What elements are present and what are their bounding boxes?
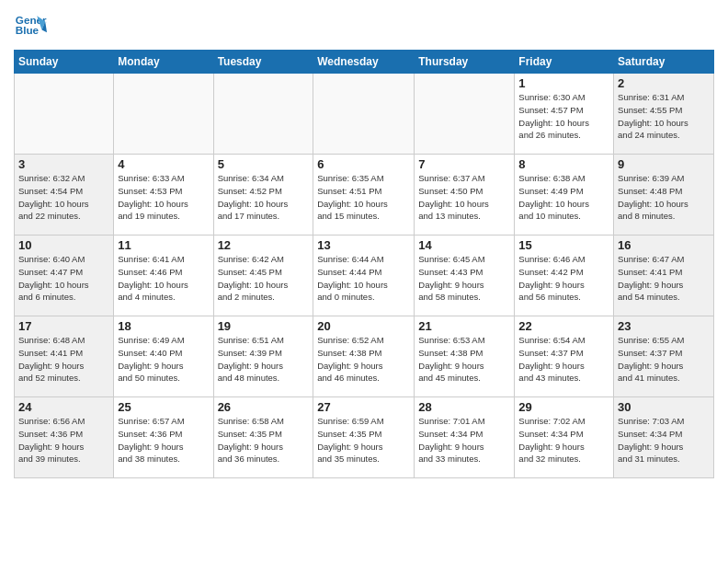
day-info: Sunrise: 6:53 AM Sunset: 4:38 PM Dayligh…: [418, 334, 510, 385]
day-number: 4: [118, 157, 209, 171]
day-info: Sunrise: 6:47 AM Sunset: 4:41 PM Dayligh…: [618, 253, 710, 304]
header: General Blue: [14, 9, 714, 42]
day-info: Sunrise: 6:33 AM Sunset: 4:53 PM Dayligh…: [118, 172, 209, 223]
day-info: Sunrise: 6:58 AM Sunset: 4:35 PM Dayligh…: [218, 415, 310, 465]
day-cell: 16Sunrise: 6:47 AM Sunset: 4:41 PM Dayli…: [614, 236, 714, 316]
day-cell: 6Sunrise: 6:35 AM Sunset: 4:51 PM Daylig…: [313, 155, 415, 236]
day-number: 26: [218, 400, 310, 414]
day-number: 16: [618, 238, 710, 252]
weekday-header-friday: Friday: [515, 51, 614, 74]
day-cell: 26Sunrise: 6:58 AM Sunset: 4:35 PM Dayli…: [213, 397, 313, 478]
day-cell: [415, 74, 515, 155]
day-cell: 23Sunrise: 6:55 AM Sunset: 4:37 PM Dayli…: [614, 316, 714, 397]
day-info: Sunrise: 7:03 AM Sunset: 4:34 PM Dayligh…: [618, 415, 710, 465]
day-cell: 28Sunrise: 7:01 AM Sunset: 4:34 PM Dayli…: [415, 397, 515, 478]
day-cell: 21Sunrise: 6:53 AM Sunset: 4:38 PM Dayli…: [415, 316, 515, 397]
day-cell: 27Sunrise: 6:59 AM Sunset: 4:35 PM Dayli…: [313, 397, 415, 478]
day-number: 14: [418, 238, 510, 252]
day-info: Sunrise: 6:45 AM Sunset: 4:43 PM Dayligh…: [418, 253, 510, 304]
day-number: 8: [518, 157, 609, 171]
day-info: Sunrise: 6:37 AM Sunset: 4:50 PM Dayligh…: [418, 172, 510, 223]
day-number: 29: [518, 400, 609, 414]
day-cell: 12Sunrise: 6:42 AM Sunset: 4:45 PM Dayli…: [213, 236, 313, 316]
day-number: 15: [518, 238, 609, 252]
weekday-header-wednesday: Wednesday: [313, 51, 415, 74]
day-info: Sunrise: 6:46 AM Sunset: 4:42 PM Dayligh…: [518, 253, 609, 304]
logo-icon: General Blue: [14, 9, 47, 42]
logo: General Blue: [14, 9, 47, 42]
day-info: Sunrise: 6:44 AM Sunset: 4:44 PM Dayligh…: [317, 253, 410, 304]
day-info: Sunrise: 6:30 AM Sunset: 4:57 PM Dayligh…: [518, 91, 609, 142]
day-number: 27: [317, 400, 410, 414]
day-info: Sunrise: 6:32 AM Sunset: 4:54 PM Dayligh…: [18, 172, 109, 223]
day-info: Sunrise: 6:52 AM Sunset: 4:38 PM Dayligh…: [317, 334, 410, 385]
day-cell: 10Sunrise: 6:40 AM Sunset: 4:47 PM Dayli…: [15, 236, 114, 316]
day-info: Sunrise: 7:01 AM Sunset: 4:34 PM Dayligh…: [418, 415, 510, 465]
day-number: 19: [218, 319, 310, 333]
day-cell: 22Sunrise: 6:54 AM Sunset: 4:37 PM Dayli…: [515, 316, 614, 397]
day-cell: 11Sunrise: 6:41 AM Sunset: 4:46 PM Dayli…: [114, 236, 213, 316]
day-cell: 19Sunrise: 6:51 AM Sunset: 4:39 PM Dayli…: [213, 316, 313, 397]
day-number: 30: [618, 400, 710, 414]
day-info: Sunrise: 6:41 AM Sunset: 4:46 PM Dayligh…: [118, 253, 209, 304]
day-cell: 7Sunrise: 6:37 AM Sunset: 4:50 PM Daylig…: [415, 155, 515, 236]
week-row-1: 3Sunrise: 6:32 AM Sunset: 4:54 PM Daylig…: [15, 155, 714, 236]
day-number: 5: [218, 157, 310, 171]
day-number: 12: [218, 238, 310, 252]
day-info: Sunrise: 6:39 AM Sunset: 4:48 PM Dayligh…: [618, 172, 710, 223]
day-cell: 29Sunrise: 7:02 AM Sunset: 4:34 PM Dayli…: [515, 397, 614, 478]
weekday-header-sunday: Sunday: [15, 51, 114, 74]
day-number: 25: [118, 400, 209, 414]
week-row-2: 10Sunrise: 6:40 AM Sunset: 4:47 PM Dayli…: [15, 236, 714, 316]
day-cell: 2Sunrise: 6:31 AM Sunset: 4:55 PM Daylig…: [614, 74, 714, 155]
day-number: 17: [18, 319, 109, 333]
day-cell: 25Sunrise: 6:57 AM Sunset: 4:36 PM Dayli…: [114, 397, 213, 478]
week-row-4: 24Sunrise: 6:56 AM Sunset: 4:36 PM Dayli…: [15, 397, 714, 478]
day-cell: 20Sunrise: 6:52 AM Sunset: 4:38 PM Dayli…: [313, 316, 415, 397]
weekday-header-thursday: Thursday: [415, 51, 515, 74]
week-row-0: 1Sunrise: 6:30 AM Sunset: 4:57 PM Daylig…: [15, 74, 714, 155]
day-info: Sunrise: 6:35 AM Sunset: 4:51 PM Dayligh…: [317, 172, 410, 223]
day-cell: 5Sunrise: 6:34 AM Sunset: 4:52 PM Daylig…: [213, 155, 313, 236]
day-number: 7: [418, 157, 510, 171]
week-row-3: 17Sunrise: 6:48 AM Sunset: 4:41 PM Dayli…: [15, 316, 714, 397]
day-cell: 17Sunrise: 6:48 AM Sunset: 4:41 PM Dayli…: [15, 316, 114, 397]
weekday-header-tuesday: Tuesday: [213, 51, 313, 74]
day-number: 11: [118, 238, 209, 252]
day-info: Sunrise: 6:56 AM Sunset: 4:36 PM Dayligh…: [18, 415, 109, 465]
day-cell: 14Sunrise: 6:45 AM Sunset: 4:43 PM Dayli…: [415, 236, 515, 316]
day-info: Sunrise: 6:51 AM Sunset: 4:39 PM Dayligh…: [218, 334, 310, 385]
day-info: Sunrise: 7:02 AM Sunset: 4:34 PM Dayligh…: [518, 415, 609, 465]
day-cell: 30Sunrise: 7:03 AM Sunset: 4:34 PM Dayli…: [614, 397, 714, 478]
day-cell: [114, 74, 213, 155]
day-cell: 3Sunrise: 6:32 AM Sunset: 4:54 PM Daylig…: [15, 155, 114, 236]
day-cell: [313, 74, 415, 155]
day-info: Sunrise: 6:31 AM Sunset: 4:55 PM Dayligh…: [618, 91, 710, 142]
day-cell: 15Sunrise: 6:46 AM Sunset: 4:42 PM Dayli…: [515, 236, 614, 316]
day-number: 21: [418, 319, 510, 333]
day-info: Sunrise: 6:48 AM Sunset: 4:41 PM Dayligh…: [18, 334, 109, 385]
day-cell: 8Sunrise: 6:38 AM Sunset: 4:49 PM Daylig…: [515, 155, 614, 236]
day-cell: [15, 74, 114, 155]
day-number: 3: [18, 157, 109, 171]
weekday-header-monday: Monday: [114, 51, 213, 74]
day-number: 18: [118, 319, 209, 333]
day-cell: 4Sunrise: 6:33 AM Sunset: 4:53 PM Daylig…: [114, 155, 213, 236]
day-info: Sunrise: 6:57 AM Sunset: 4:36 PM Dayligh…: [118, 415, 209, 465]
day-number: 22: [518, 319, 609, 333]
day-cell: 13Sunrise: 6:44 AM Sunset: 4:44 PM Dayli…: [313, 236, 415, 316]
day-number: 2: [618, 76, 710, 90]
day-number: 20: [317, 319, 410, 333]
day-cell: 18Sunrise: 6:49 AM Sunset: 4:40 PM Dayli…: [114, 316, 213, 397]
day-info: Sunrise: 6:42 AM Sunset: 4:45 PM Dayligh…: [218, 253, 310, 304]
svg-text:Blue: Blue: [16, 24, 40, 36]
weekday-header-saturday: Saturday: [614, 51, 714, 74]
day-number: 1: [518, 76, 609, 90]
day-info: Sunrise: 6:54 AM Sunset: 4:37 PM Dayligh…: [518, 334, 609, 385]
day-cell: 1Sunrise: 6:30 AM Sunset: 4:57 PM Daylig…: [515, 74, 614, 155]
page: General Blue SundayMondayTuesdayWednesda…: [0, 0, 728, 563]
day-number: 13: [317, 238, 410, 252]
day-number: 6: [317, 157, 410, 171]
calendar: SundayMondayTuesdayWednesdayThursdayFrid…: [14, 50, 714, 478]
day-number: 9: [618, 157, 710, 171]
